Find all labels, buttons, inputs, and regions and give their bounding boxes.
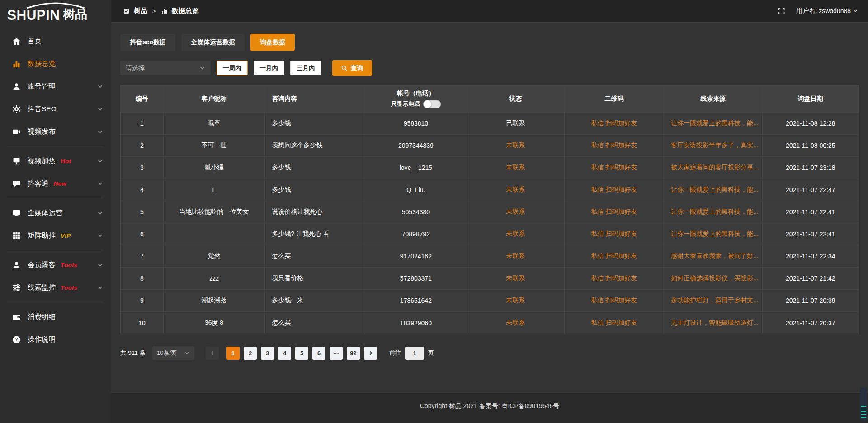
fullscreen-icon[interactable] <box>778 7 785 15</box>
tab-2[interactable]: 询盘数据 <box>250 34 295 51</box>
sidebar-item-clue[interactable]: 线索监控Tools <box>0 276 111 299</box>
sidebar-item-account[interactable]: 账号管理 <box>0 75 111 98</box>
page-button-92[interactable]: 92 <box>347 347 360 360</box>
prev-page-button[interactable] <box>206 347 219 360</box>
qrcode-link[interactable]: 私信 扫码加好友 <box>565 290 664 312</box>
source-link[interactable]: 如何正确选择投影仪，买投影... <box>664 268 762 290</box>
search-button[interactable]: 查询 <box>332 60 372 76</box>
logo-text-cn: 树品 <box>63 6 87 23</box>
breadcrumb-root[interactable]: 树品 <box>134 7 147 15</box>
page-ellipsis-button[interactable]: ··· <box>330 347 343 360</box>
breadcrumb-separator: > <box>151 8 157 14</box>
period-button-2[interactable]: 三月内 <box>290 61 321 75</box>
next-page-button[interactable] <box>364 347 377 360</box>
qrcode-link[interactable]: 私信 扫码加好友 <box>565 312 664 334</box>
page-button-3[interactable]: 3 <box>261 347 274 360</box>
phone-only-toggle[interactable] <box>423 100 441 108</box>
chat-widget[interactable] <box>860 387 867 421</box>
column-header-nickname: 客户昵称 <box>164 85 265 113</box>
qrcode-link[interactable]: 私信 扫码加好友 <box>565 157 664 179</box>
cell-account: 9583810 <box>365 113 467 135</box>
qrcode-link[interactable]: 私信 扫码加好友 <box>565 179 664 201</box>
cell-nickname: 36度 8 <box>164 312 265 334</box>
video-icon <box>12 127 21 136</box>
pagination: 共 911 条 10条/页 123456···92 前往 页 <box>120 346 859 360</box>
page-size-select[interactable]: 10条/页 <box>152 346 194 360</box>
table-row: 3狐小狸多少钱love__1215未联系私信 扫码加好友被大家追着问的客厅投影分… <box>121 157 859 179</box>
cell-no: 10 <box>121 312 164 334</box>
cell-account: Q_Liu. <box>365 179 467 201</box>
source-link[interactable]: 感谢大家喜欢我家，被问了好... <box>664 245 762 268</box>
qrcode-link[interactable]: 私信 扫码加好友 <box>565 245 664 268</box>
page-button-6[interactable]: 6 <box>312 347 326 360</box>
sidebar-item-heat[interactable]: 视频加热Hot <box>0 150 111 172</box>
account-select[interactable]: 请选择 <box>120 61 211 75</box>
page-button-2[interactable]: 2 <box>244 347 257 360</box>
source-link[interactable]: 让你一眼就爱上的黑科技，能... <box>664 223 762 245</box>
sidebar-item-media[interactable]: 全媒体运营 <box>0 202 111 224</box>
cell-status: 未联系 <box>467 268 564 290</box>
cell-no: 7 <box>121 245 164 268</box>
source-link[interactable]: 客厅安装投影半年多了，真实... <box>664 135 762 157</box>
page-button-1[interactable]: 1 <box>226 347 240 360</box>
table-row: 1036度 8怎么买183929060未联系私信 扫码加好友无主灯设计，智能磁吸… <box>121 312 859 334</box>
period-button-1[interactable]: 一月内 <box>254 61 285 75</box>
user-menu[interactable]: 用户名: zswodun88 <box>796 7 858 15</box>
source-link[interactable]: 被大家追着问的客厅投影分享... <box>664 157 762 179</box>
qrcode-link[interactable]: 私信 扫码加好友 <box>565 268 664 290</box>
content: 抖音seo数据全媒体运营数据询盘数据 请选择 一周内一月内三月内 查询 编号 客… <box>111 22 868 392</box>
chevron-down-icon <box>97 129 103 135</box>
table-row: 7觉然怎么买917024162未联系私信 扫码加好友感谢大家喜欢我家，被问了好.… <box>121 245 859 268</box>
qrcode-link[interactable]: 私信 扫码加好友 <box>565 201 664 223</box>
source-link[interactable]: 让你一眼就爱上的黑科技，能... <box>664 113 762 135</box>
cell-date: 2021-11-07 22:34 <box>763 245 859 268</box>
sidebar-item-home[interactable]: 首页 <box>0 30 111 52</box>
source-link[interactable]: 让你一眼就爱上的黑科技，能... <box>664 179 762 201</box>
sidebar-item-badge: Hot <box>61 158 71 164</box>
qrcode-link[interactable]: 私信 扫码加好友 <box>565 113 664 135</box>
sidebar-menu: 首页数据总览账号管理抖音SEO视频发布视频加热Hot抖客通New全媒体运营矩阵助… <box>0 27 111 351</box>
chevron-down-icon <box>184 350 190 356</box>
page-button-4[interactable]: 4 <box>278 347 291 360</box>
page-button-5[interactable]: 5 <box>295 347 308 360</box>
cell-date: 2021-11-08 12:28 <box>763 113 859 135</box>
gear-icon <box>12 105 21 113</box>
cell-no: 8 <box>121 268 164 290</box>
sidebar-item-member[interactable]: 会员爆客Tools <box>0 254 111 276</box>
source-link[interactable]: 多功能护栏灯，适用于乡村文... <box>664 290 762 312</box>
sidebar-item-matrix[interactable]: 矩阵助推VIP <box>0 224 111 247</box>
sidebar-item-label: 全媒体运营 <box>28 208 63 218</box>
cell-date: 2021-11-07 22:47 <box>763 179 859 201</box>
logo[interactable]: SHUPIN 树品 <box>0 0 111 27</box>
tab-0[interactable]: 抖音seo数据 <box>120 34 175 51</box>
sidebar-item-data[interactable]: 数据总览 <box>0 52 111 75</box>
qrcode-link[interactable]: 私信 扫码加好友 <box>565 223 664 245</box>
cell-no: 9 <box>121 290 164 312</box>
sidebar-item-expense[interactable]: 消费明细 <box>0 306 111 328</box>
source-link[interactable]: 让你一眼就爱上的黑科技，能... <box>664 201 762 223</box>
qrcode-link[interactable]: 私信 扫码加好友 <box>565 135 664 157</box>
sidebar-item-douketong[interactable]: 抖客通New <box>0 172 111 195</box>
menu-divider <box>7 302 104 302</box>
data-tabs: 抖音seo数据全媒体运营数据询盘数据 <box>120 34 859 51</box>
cell-content: 我想问这个多少钱 <box>265 135 365 157</box>
cell-content: 怎么买 <box>265 245 365 268</box>
member-icon <box>12 261 21 269</box>
goto-page-input[interactable] <box>405 347 424 360</box>
chevron-down-icon <box>199 65 205 71</box>
tab-1[interactable]: 全媒体运营数据 <box>181 34 245 51</box>
goto-label: 前往 <box>389 349 401 357</box>
cell-no: 4 <box>121 179 164 201</box>
sidebar-item-badge: Tools <box>61 284 77 291</box>
sidebar-item-douyin-seo[interactable]: 抖音SEO <box>0 98 111 120</box>
source-link[interactable]: 无主灯设计，智能磁吸轨道灯... <box>664 312 762 334</box>
bar-chart-icon <box>12 60 21 68</box>
goto-unit: 页 <box>428 349 434 357</box>
sidebar-item-publish[interactable]: 视频发布 <box>0 120 111 143</box>
sidebar-item-label: 视频发布 <box>28 127 56 136</box>
period-button-0[interactable]: 一周内 <box>217 61 248 75</box>
sidebar-item-label: 矩阵助推 <box>28 231 56 240</box>
sidebar-item-help[interactable]: ?操作说明 <box>0 328 111 351</box>
sidebar-item-label: 数据总览 <box>28 59 56 69</box>
cell-status: 未联系 <box>467 245 564 268</box>
